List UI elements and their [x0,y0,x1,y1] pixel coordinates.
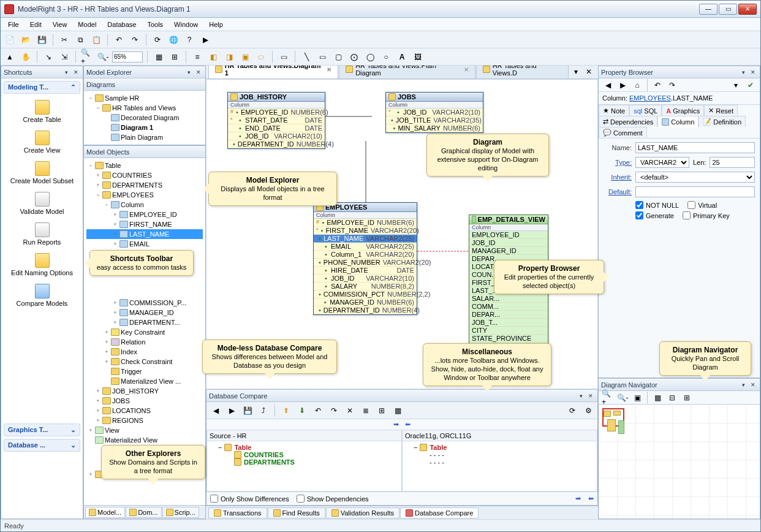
zoom-in-icon[interactable]: 🔍+ [80,50,94,64]
menu-model[interactable]: Model [73,20,101,29]
tree-column[interactable]: +MANAGER_ID [86,308,203,317]
refresh-icon[interactable]: ⟳ [566,404,579,417]
accept-icon[interactable]: ✔ [744,78,757,92]
tree-diagram[interactable]: Plain Diagram [86,132,203,142]
relation-icon[interactable]: ↘ [42,50,55,64]
home-icon[interactable]: ⌂ [630,78,644,92]
tree-table[interactable]: +LOCATIONS [86,406,203,416]
arrow-right-icon[interactable]: ➡ [393,420,399,428]
tree-index[interactable]: +Index [86,347,203,357]
pin-icon[interactable]: ▾ [739,381,748,389]
fwd-icon[interactable]: ▶ [616,78,629,92]
entity-column-row[interactable]: JOB_T... [469,319,548,327]
refresh-icon[interactable]: ⟳ [151,33,164,47]
type-label[interactable]: Type: [604,159,632,166]
menu-edit[interactable]: Edit [25,20,47,29]
polyline-icon[interactable]: ⨀ [347,50,361,64]
fit-icon[interactable]: ▣ [630,391,644,405]
diagram-tab[interactable]: HR Tables and Views.Plain Diagram✕ [339,66,475,78]
globe-icon[interactable]: 🌐 [167,33,180,47]
align-left-icon[interactable]: ≡ [191,50,204,64]
grid-icon[interactable]: ▦ [391,404,404,417]
entity-column-row[interactable]: •LAST_NAMEVARCHAR2(25) [314,235,417,243]
panel-close-icon[interactable]: ✕ [586,392,595,400]
open-icon[interactable]: 📂 [19,33,32,47]
menu-database[interactable]: Database [102,20,141,29]
dropdown-icon[interactable]: ▾ [729,78,743,92]
len-input[interactable] [710,157,755,168]
type-select[interactable]: VARCHAR2 [635,157,689,168]
tree-table[interactable]: −EMPLOYEES [86,190,203,200]
shortcut-validate-model[interactable]: Validate Model [1,188,83,219]
undo-icon[interactable]: ↶ [112,33,126,47]
roundrect-icon[interactable]: ▢ [331,50,345,64]
delete-icon[interactable]: ✕ [343,404,357,417]
zoom-out-icon[interactable]: 🔍- [96,50,110,64]
entity-column-row[interactable]: CITY [469,327,548,335]
entity-column-row[interactable]: JOB_ID [469,239,548,247]
entity-column-row[interactable]: •JOB_TITLEVARCHAR2(35) [386,116,483,124]
arrow-left-icon[interactable]: ⬅ [405,420,411,428]
entity-column-row[interactable]: SALAR... [469,295,548,303]
entity-column-row[interactable]: MANAGER_ID [469,247,548,255]
new-icon[interactable]: 📄 [3,33,17,47]
box3d-icon[interactable]: ◧ [206,50,220,64]
pin-icon[interactable]: ▾ [577,392,585,400]
arrow-left-icon[interactable]: ⬅ [588,495,594,503]
tree-column-selected[interactable]: +LAST_NAME [86,229,203,239]
circle-icon[interactable]: ○ [379,50,393,64]
menu-help[interactable]: Help [204,20,228,29]
zoom-input[interactable] [112,51,143,63]
diagram-tab[interactable]: HR Tables and Views.Diagram 1✕ [208,66,338,78]
line-icon[interactable]: ╲ [300,50,313,64]
menu-file[interactable]: File [3,20,24,29]
save-icon[interactable]: 💾 [35,33,48,47]
tree-table-node[interactable]: −Table [86,161,203,170]
maximize-button[interactable]: ▭ [719,4,737,15]
entity-column-row[interactable]: •SALARYNUMBER(8,2) [314,283,417,291]
grid-icon[interactable]: ▦ [651,391,664,405]
entity-jobs[interactable]: JOBS Column *•JOB_IDVARCHAR2(10)•JOB_TIT… [385,92,483,133]
entity-column-row[interactable]: •JOB_IDVARCHAR2(10) [314,275,417,283]
menu-window[interactable]: Window [169,20,203,29]
down-icon[interactable]: ⬇ [295,404,309,417]
undo-icon[interactable]: ↶ [651,78,664,92]
shortcuts-cat-graphics[interactable]: Graphics T...⌄ [4,424,80,436]
zoom-in-icon[interactable]: 🔍+ [601,391,615,405]
settings-icon[interactable]: ⚙ [581,404,595,417]
arrow-right-icon[interactable]: ➡ [575,495,581,503]
shortcut-compare-models[interactable]: Compare Models [1,280,83,311]
undo-icon[interactable]: ↶ [311,404,325,417]
tree-matview-node[interactable]: Materialized View [86,435,203,445]
menu-view[interactable]: View [48,20,72,29]
text-icon[interactable]: A [395,50,409,64]
run-icon[interactable]: ▶ [199,33,212,47]
entity-column-row[interactable]: •COMMISSION_PCTNUMBER(2,2) [314,291,417,298]
snap-icon[interactable]: ⊞ [168,50,181,64]
panel-close-icon[interactable]: ✕ [749,381,757,389]
back-icon[interactable]: ◀ [601,78,615,92]
entity-column-row[interactable]: *•JOB_IDVARCHAR2(10) [386,108,483,116]
rect-icon[interactable]: ▭ [316,50,329,64]
pb-tab-column[interactable]: Column [657,116,699,127]
entity-column-row[interactable]: •Column_1VARCHAR2(20) [314,251,417,259]
minimize-button[interactable]: — [699,4,717,15]
box3d2-icon[interactable]: ◨ [222,50,236,64]
redo-icon[interactable]: ↷ [327,404,341,417]
copy-icon[interactable]: ⧉ [74,33,87,47]
pointer-icon[interactable]: ▲ [3,50,17,64]
explorer-tab-model[interactable]: Model... [85,507,125,518]
shortcuts-cat-modeling[interactable]: Modeling T...⌃ [4,81,80,94]
entity-column-row[interactable]: EMPLOYEE_ID [469,231,548,239]
cylinder-icon[interactable]: ⬭ [254,50,268,64]
panel-close-icon[interactable]: ✕ [72,68,80,77]
tree-table[interactable]: +JOB_HISTORY [86,386,203,396]
tree-column-node[interactable]: −Column [86,200,203,210]
tree-column[interactable]: +EMPLOYEE_ID [86,210,203,219]
inherit-select[interactable]: <default> [635,172,755,183]
shortcut-create-table[interactable]: Create Table [1,96,83,127]
pb-tab-deps[interactable]: ⇄Dependencies [599,116,657,127]
tabs-close-icon[interactable]: ✕ [582,66,596,78]
tree-diagram[interactable]: Diagram 1 [86,123,203,132]
up-icon[interactable]: ⬆ [279,404,293,417]
